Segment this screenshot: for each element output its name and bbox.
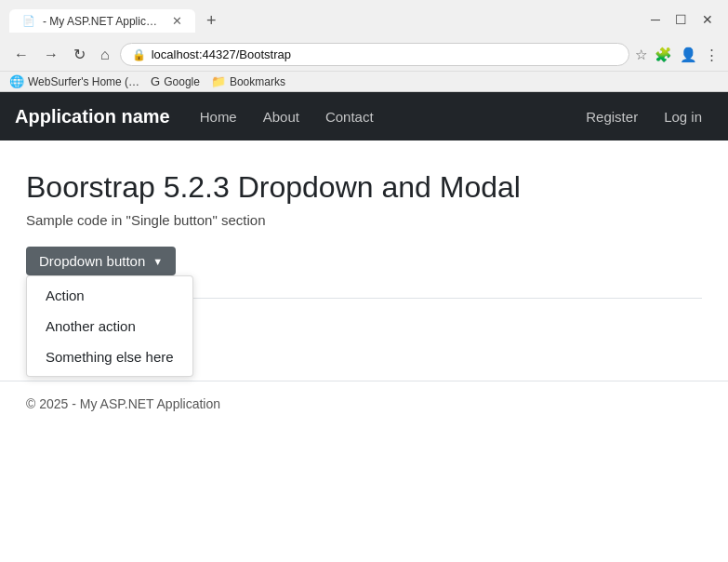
back-button[interactable]: ← <box>9 45 33 65</box>
nav-link-login[interactable]: Log in <box>653 103 713 130</box>
websurfer-icon: 🌐 <box>9 74 24 88</box>
tab-favicon-icon: 📄 <box>22 15 35 27</box>
nav-link-contact[interactable]: Contact <box>314 103 385 130</box>
tab-title: - My ASP.NET Application <box>43 15 161 28</box>
new-tab-button[interactable]: + <box>199 9 224 33</box>
page-title: Boorstrap 5.2.3 Dropdown and Modal <box>26 170 702 205</box>
navbar-nav: Home About Contact <box>189 103 576 130</box>
forward-button[interactable]: → <box>39 45 63 65</box>
profile-icon[interactable]: 👤 <box>680 47 697 63</box>
nav-link-about[interactable]: About <box>252 103 311 130</box>
bookmark-label-bookmarks: Bookmarks <box>230 75 285 88</box>
dropdown-item-action[interactable]: Action <box>27 280 192 311</box>
dropdown-item-another-action[interactable]: Another action <box>27 311 192 341</box>
navbar-right: Register Log in <box>575 103 713 130</box>
footer-text: © 2025 - My ASP.NET Application <box>26 396 220 411</box>
navbar: Application name Home About Contact Regi… <box>0 92 728 140</box>
close-button[interactable]: ✕ <box>696 10 719 29</box>
dropdown-button[interactable]: Dropdown button ▼ <box>26 247 176 275</box>
title-bar: 📄 - My ASP.NET Application ✕ + ─ ☐ ✕ <box>0 0 728 38</box>
home-button[interactable]: ⌂ <box>96 45 114 65</box>
dropdown-menu: Action Another action Something else her… <box>26 275 193 377</box>
tab-close-icon[interactable]: ✕ <box>172 14 182 28</box>
browser-tab[interactable]: 📄 - My ASP.NET Application ✕ <box>9 9 195 33</box>
maximize-button[interactable]: ☐ <box>669 10 693 29</box>
minimize-button[interactable]: ─ <box>645 10 666 29</box>
menu-icon[interactable]: ⋮ <box>705 47 719 63</box>
google-icon: G <box>151 74 160 88</box>
address-bar-icons: ☆ 🧩 👤 ⋮ <box>635 47 719 63</box>
address-input[interactable]: 🔒 localhost:44327/Bootstrap <box>120 43 629 66</box>
bookmark-item-google[interactable]: G Google <box>151 74 200 88</box>
dropdown-caret-icon: ▼ <box>152 256 163 267</box>
navbar-brand[interactable]: Application name <box>15 106 170 127</box>
nav-link-register[interactable]: Register <box>575 103 649 130</box>
bookmark-item-bookmarks[interactable]: 📁 Bookmarks <box>211 74 285 88</box>
security-icon: 🔒 <box>132 48 146 61</box>
main-content: Boorstrap 5.2.3 Dropdown and Modal Sampl… <box>0 140 728 343</box>
url-text: localhost:44327/Bootstrap <box>152 47 617 61</box>
reload-button[interactable]: ↻ <box>69 44 90 65</box>
footer: © 2025 - My ASP.NET Application <box>0 381 728 426</box>
dropdown-container: Dropdown button ▼ Action Another action … <box>26 247 176 275</box>
bookmarks-folder-icon: 📁 <box>211 74 226 88</box>
bookmark-label-websurfer: WebSurfer's Home (… <box>28 75 139 88</box>
window-controls: ─ ☐ ✕ <box>645 10 719 29</box>
nav-link-home[interactable]: Home <box>189 103 248 130</box>
bookmarks-bar: 🌐 WebSurfer's Home (… G Google 📁 Bookmar… <box>0 71 728 91</box>
dropdown-item-something-else[interactable]: Something else here <box>27 341 192 372</box>
bookmark-item-websurfer[interactable]: 🌐 WebSurfer's Home (… <box>9 74 139 88</box>
bookmark-star-icon[interactable]: ☆ <box>635 47 647 63</box>
page-subtitle: Sample code in "Single button" section <box>26 212 702 228</box>
extensions-icon[interactable]: 🧩 <box>655 47 672 63</box>
dropdown-button-label: Dropdown button <box>39 253 145 269</box>
address-bar: ← → ↻ ⌂ 🔒 localhost:44327/Bootstrap ☆ 🧩 … <box>0 38 728 71</box>
bookmark-label-google: Google <box>164 75 200 88</box>
browser-chrome: 📄 - My ASP.NET Application ✕ + ─ ☐ ✕ ← →… <box>0 0 728 92</box>
